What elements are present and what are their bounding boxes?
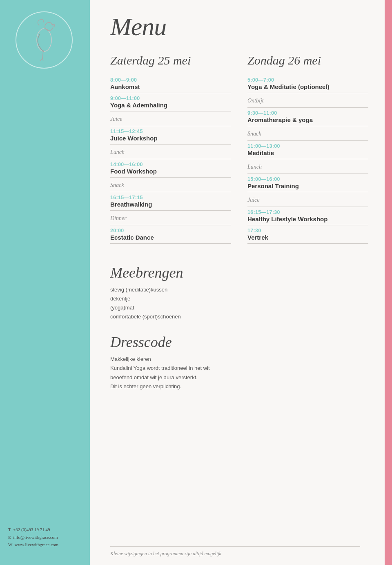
web-value: www.livewithgrace.com (15, 542, 58, 547)
schedule-item: 16:15—17:15 Breathwalking (110, 192, 231, 211)
meebrengen-heading: Meebrengen (110, 264, 368, 281)
schedule-item: 5:00—7:00 Yoga & Meditatie (optioneel) (247, 75, 368, 93)
web-label: W (8, 542, 12, 547)
event-name: Yoga & Meditatie (optioneel) (247, 83, 368, 90)
schedule-columns: Zaterdag 25 mei 8:00—9:00 Aankomst 9:00—… (110, 53, 368, 244)
meebrengen-item: comfortabele (sport)schoenen (110, 312, 368, 321)
event-name: Yoga & Ademhaling (110, 102, 231, 109)
footer-note: Kleine wijzigingen in het programma zijn… (110, 546, 360, 557)
schedule-item: 9:30—11:00 Aromatherapie & yoga (247, 108, 368, 126)
svg-line-4 (42, 58, 43, 61)
dresscode-heading: Dresscode (110, 334, 368, 351)
event-name: Aromatherapie & yoga (247, 116, 368, 123)
event-name: Food Workshop (110, 168, 231, 175)
schedule-item: 15:00—16:00 Personal Training (247, 174, 368, 192)
event-name: Juice Workshop (110, 135, 231, 142)
event-name: Meditatie (247, 149, 368, 156)
meebrengen-item: dekentje (110, 294, 368, 303)
event-name: Breathwalking (110, 201, 231, 208)
email-value: info@livewithgrace.com (13, 535, 58, 540)
svg-point-0 (37, 29, 51, 51)
bottom-left: Meebrengen stevig (meditatie)kussen deke… (110, 264, 368, 403)
sunday-heading: Zondag 26 mei (247, 53, 368, 67)
saturday-heading: Zaterdag 25 mei (110, 53, 231, 67)
schedule-item: 9:00—11:00 Yoga & Ademhaling (110, 93, 231, 111)
schedule-item: Snack (110, 178, 231, 192)
time-label: 5:00—7:00 (247, 77, 368, 83)
dresscode-text: Makkelijke kleren Kundalini Yoga wordt t… (110, 355, 368, 391)
sidebar: T +32 (0)493 19 71 49 E info@livewithgra… (0, 0, 90, 565)
email-label: E (8, 535, 11, 540)
time-label: 9:00—11:00 (110, 96, 231, 101)
menu-title: Menu (110, 12, 368, 41)
time-label: 16:15—17:15 (110, 195, 231, 200)
event-italic: Dinner (110, 213, 231, 222)
schedule-item: Dinner (110, 211, 231, 225)
schedule-item: 11:15—12:45 Juice Workshop (110, 126, 231, 145)
event-italic: Juice (110, 114, 231, 123)
schedule-item: Juice (247, 192, 368, 207)
web-line: W www.livewithgrace.com (8, 541, 58, 549)
time-label: 17:30 (247, 228, 368, 234)
event-italic: Lunch (247, 162, 368, 171)
dresscode-line3: beoefend omdat wit je aura versterkt. (110, 373, 368, 382)
phone-line: T +32 (0)493 19 71 49 (8, 526, 58, 534)
right-accent-bar (385, 0, 392, 565)
schedule-item: 14:00—16:00 Food Workshop (110, 159, 231, 178)
sunday-column: Zondag 26 mei 5:00—7:00 Yoga & Meditatie… (247, 53, 368, 244)
schedule-item: 16:15—17:30 Healthy Lifestyle Workshop (247, 207, 368, 225)
contact-info: T +32 (0)493 19 71 49 E info@livewithgra… (8, 526, 58, 549)
event-italic: Juice (247, 195, 368, 204)
saturday-column: Zaterdag 25 mei 8:00—9:00 Aankomst 9:00—… (110, 53, 231, 244)
schedule-item: Lunch (247, 159, 368, 174)
time-label: 14:00—16:00 (110, 162, 231, 167)
time-label: 20:00 (110, 228, 231, 234)
dresscode-line4: Dit is echter geen verplichting. (110, 382, 368, 391)
phone-label: T (8, 527, 11, 532)
event-name: Vertrek (247, 234, 368, 241)
schedule-item: 17:30 Vertrek (247, 225, 368, 244)
time-label: 9:30—11:00 (247, 110, 368, 116)
bottom-sections: Meebrengen stevig (meditatie)kussen deke… (110, 264, 368, 403)
schedule-item: Ontbijt (247, 93, 368, 108)
event-name: Ecstatic Dance (110, 234, 231, 241)
event-name: Personal Training (247, 182, 368, 189)
time-label: 16:15—17:30 (247, 209, 368, 215)
svg-line-3 (40, 58, 42, 61)
schedule-item: 11:00—13:00 Meditatie (247, 141, 368, 159)
meebrengen-item: stevig (meditatie)kussen (110, 285, 368, 294)
bird-logo (28, 18, 60, 62)
event-name: Aankomst (110, 83, 231, 90)
time-label: 8:00—9:00 (110, 77, 231, 83)
schedule-item: Juice (110, 111, 231, 126)
logo-circle (16, 11, 73, 69)
event-italic: Lunch (110, 147, 231, 156)
schedule-item: Snack (247, 126, 368, 141)
schedule-item: Lunch (110, 145, 231, 159)
main-content: Menu Zaterdag 25 mei 8:00—9:00 Aankomst … (90, 0, 385, 565)
event-italic: Snack (247, 129, 368, 138)
event-italic: Ontbijt (247, 96, 368, 105)
time-label: 11:15—12:45 (110, 129, 231, 134)
event-italic: Snack (110, 180, 231, 189)
phone-value: +32 (0)493 19 71 49 (13, 527, 50, 532)
dresscode-line2: Kundalini Yoga wordt traditioneel in het… (110, 364, 368, 373)
event-name: Healthy Lifestyle Workshop (247, 216, 368, 222)
dresscode-line1: Makkelijke kleren (110, 355, 368, 364)
meebrengen-item: (yoga)mat (110, 303, 368, 312)
time-label: 11:00—13:00 (247, 143, 368, 149)
schedule-item: 20:00 Ecstatic Dance (110, 225, 231, 244)
email-line: E info@livewithgrace.com (8, 534, 58, 541)
schedule-item: 8:00—9:00 Aankomst (110, 75, 231, 93)
time-label: 15:00—16:00 (247, 176, 368, 182)
meebrengen-text: stevig (meditatie)kussen dekentje (yoga)… (110, 285, 368, 321)
